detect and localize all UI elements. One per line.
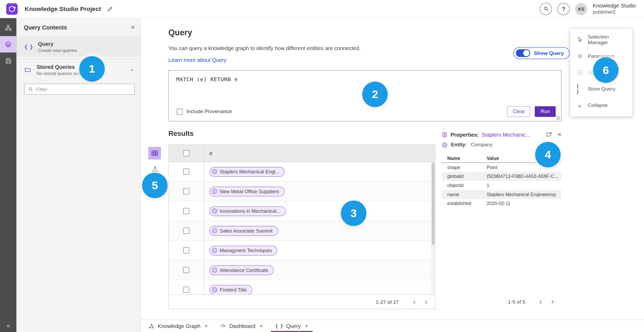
icon-rail: »: [0, 18, 16, 332]
chevron-up-icon[interactable]: [129, 67, 135, 73]
app-window: Knowledge Studio Project ? KS Knowledge …: [0, 0, 644, 332]
entity-chip-label: Managment Techniques: [220, 248, 272, 253]
property-name: shape: [447, 165, 487, 170]
tab-label: Query: [286, 323, 301, 329]
annotation-badge-2: 2: [362, 82, 388, 107]
filter-input[interactable]: [36, 86, 131, 92]
property-value: 1: [487, 183, 562, 188]
table-row[interactable]: Firebird Title: [169, 280, 435, 294]
entity-chip[interactable]: Attendance Certificate: [210, 265, 274, 275]
table-view-button[interactable]: [148, 147, 161, 159]
layers-rail-icon[interactable]: [0, 36, 16, 53]
learn-more-link[interactable]: Learn more about Query: [169, 57, 227, 63]
contents-rail-icon[interactable]: [0, 20, 16, 36]
add-to-selection-icon[interactable]: [546, 131, 552, 138]
menu-item-selection-manager[interactable]: Selection Manager: [570, 32, 632, 48]
properties-entity-name[interactable]: Staplers Mechanic...: [482, 132, 530, 138]
dashboard-icon: [220, 323, 226, 329]
scrollbar-thumb[interactable]: [432, 163, 435, 245]
row-checkbox[interactable]: [183, 267, 189, 273]
entity-chip[interactable]: Staplers Mechanical Engi...: [210, 167, 285, 177]
results-title: Results: [169, 130, 194, 138]
select-all-checkbox[interactable]: [183, 150, 189, 156]
entity-chip[interactable]: Innovations in Mechanical...: [210, 206, 286, 216]
row-checkbox[interactable]: [183, 227, 189, 234]
results-pagination: 1-27 of 27: [169, 294, 435, 309]
close-tab-icon[interactable]: ×: [259, 323, 263, 329]
entity-chip[interactable]: Sales Associate Summit: [210, 226, 278, 236]
avatar[interactable]: KS: [575, 3, 587, 15]
row-checkbox[interactable]: [183, 287, 189, 293]
tab-query[interactable]: { } Query ×: [269, 320, 314, 332]
query-contents-panel: Query Contents × { } Query Create new qu…: [16, 18, 141, 332]
sidebar-item-stored-queries[interactable]: Stored Queries No stored queries exist: [16, 59, 140, 80]
property-value: Staplers Mechanical Engineering: [487, 192, 562, 197]
topbar-right: ? KS Knowledge Studio publisher2: [540, 2, 644, 15]
entity-chip-label: Firebird Title: [220, 287, 247, 293]
row-checkbox[interactable]: [183, 247, 189, 253]
prev-page-icon[interactable]: [409, 296, 420, 308]
annotation-badge-5: 5: [142, 173, 168, 198]
braces-icon: { }: [576, 83, 583, 95]
help-button[interactable]: ?: [557, 3, 570, 15]
stored-queries-sublabel: No stored queries exist: [36, 71, 83, 76]
column-header-e: e: [204, 145, 435, 162]
row-checkbox[interactable]: [183, 208, 189, 214]
entity-dot-icon: [212, 248, 217, 253]
props-next-page-icon[interactable]: [547, 296, 558, 308]
panel-header: Query Contents ×: [16, 18, 140, 37]
run-button[interactable]: Run: [535, 106, 556, 117]
properties-pagination: 1-5 of 5: [441, 294, 561, 309]
close-panel-icon[interactable]: ×: [131, 24, 135, 31]
include-provenance-checkbox[interactable]: [177, 109, 183, 115]
table-row[interactable]: Innovations in Mechanical...: [169, 202, 435, 221]
table-row[interactable]: New Metal Office Suppliers: [169, 182, 435, 201]
table-row[interactable]: Managment Techniques: [169, 241, 435, 260]
entity-chip-label: Attendance Certificate: [220, 267, 268, 273]
query-description: You can query a knowledge graph to ident…: [169, 45, 361, 51]
close-tab-icon[interactable]: ×: [204, 323, 208, 329]
property-name: objectid: [447, 183, 487, 188]
tab-knowledge-graph[interactable]: Knowledge Graph ×: [142, 320, 214, 332]
user-block[interactable]: Knowledge Studio publisher2: [593, 2, 638, 15]
show-query-toggle[interactable]: Show Query: [513, 47, 570, 59]
table-row[interactable]: Attendance Certificate: [169, 260, 435, 280]
props-prev-page-icon[interactable]: [535, 296, 547, 308]
tab-dashboard[interactable]: Dashboard ×: [214, 320, 269, 332]
tab-label: Knowledge Graph: [158, 323, 200, 329]
close-properties-icon[interactable]: ×: [558, 131, 561, 138]
close-tab-icon[interactable]: ×: [305, 323, 308, 329]
table-row[interactable]: Sales Associate Summit: [169, 221, 435, 241]
save-rail-icon[interactable]: [0, 53, 16, 69]
expand-panel-icon[interactable]: »: [0, 318, 16, 332]
entity-value: Company: [471, 142, 493, 148]
property-row: established 2020-02-11: [441, 199, 561, 208]
sidebar-item-query[interactable]: { } Query Create new queries: [16, 37, 140, 57]
property-row: globalid {5D9B4713-F98D-4A53-A59F-C11...: [441, 172, 561, 181]
menu-item-store-query[interactable]: { } Store Query: [570, 81, 632, 97]
property-name: established: [447, 201, 487, 206]
row-checkbox[interactable]: [183, 169, 189, 175]
menu-item-collapse[interactable]: » Collapse: [570, 97, 632, 114]
properties-page-count: 1-5 of 5: [508, 299, 525, 305]
view-tabbar: Knowledge Graph × Dashboard × { } Query …: [141, 319, 644, 332]
entity-chip[interactable]: Managment Techniques: [210, 245, 277, 255]
table-row[interactable]: Staplers Mechanical Engi...: [169, 162, 435, 182]
gear-icon: [576, 53, 583, 59]
page-title: Query: [169, 28, 192, 37]
next-page-icon[interactable]: [420, 296, 432, 308]
entity-dot-icon: [212, 287, 217, 292]
entity-chip-label: New Metal Office Suppliers: [220, 188, 279, 194]
entity-chip-label: Sales Associate Summit: [220, 228, 273, 233]
entity-chip[interactable]: New Metal Office Suppliers: [210, 186, 284, 196]
graph-view-button[interactable]: [150, 165, 159, 174]
clear-button[interactable]: Clear: [507, 106, 530, 117]
entity-dot-icon: [442, 142, 447, 147]
search-button[interactable]: [540, 3, 552, 15]
folder-icon: [24, 66, 31, 73]
row-checkbox[interactable]: [183, 188, 189, 195]
entity-chip[interactable]: Firebird Title: [210, 285, 252, 294]
app-logo-icon[interactable]: [6, 3, 18, 14]
edit-title-icon[interactable]: [107, 6, 113, 12]
project-title: Knowledge Studio Project: [25, 5, 101, 12]
